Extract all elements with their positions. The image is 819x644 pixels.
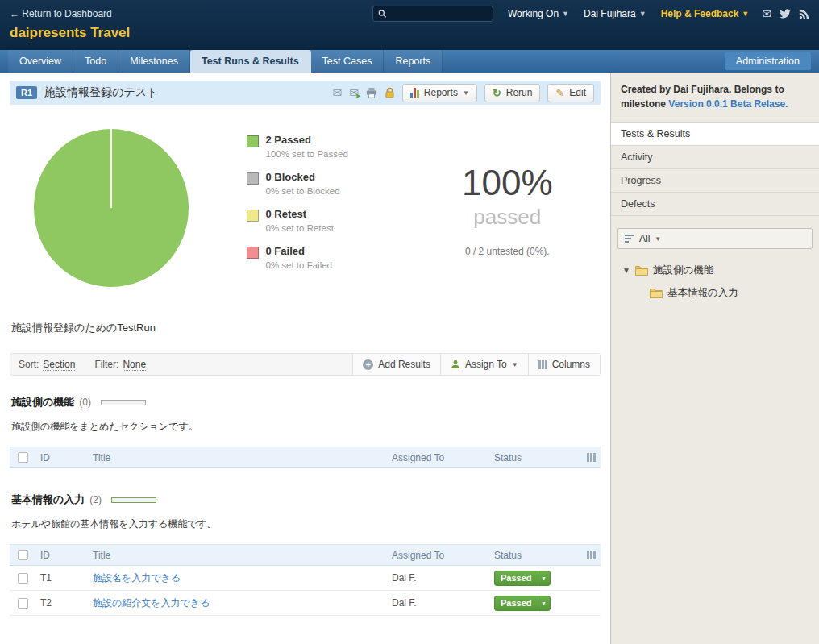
tree-expander-icon[interactable]: ▼ xyxy=(622,266,630,275)
tab-reports[interactable]: Reports xyxy=(384,50,443,73)
bar-chart-icon xyxy=(410,88,419,98)
chevron-down-icon: ▼ xyxy=(538,571,550,585)
tab-overview[interactable]: Overview xyxy=(8,50,73,73)
legend-swatch-blocked xyxy=(247,172,259,185)
tab-test-cases[interactable]: Test Cases xyxy=(311,50,385,73)
help-feedback-menu[interactable]: Help & Feedback ▼ xyxy=(661,8,750,19)
filter-list-icon xyxy=(625,234,634,243)
select-all-checkbox[interactable] xyxy=(18,550,28,560)
columns-label: Columns xyxy=(552,359,590,370)
search-box xyxy=(372,6,493,22)
rss-icon[interactable] xyxy=(799,9,809,19)
column-settings-icon[interactable] xyxy=(587,551,596,559)
filter-label: Filter: xyxy=(94,359,118,370)
sections-tree: ▼ 施設側の機能 基本情報の入力 xyxy=(611,249,819,300)
chevron-down-icon: ▼ xyxy=(463,89,469,97)
legend-swatch-passed xyxy=(247,135,259,147)
return-to-dashboard-link[interactable]: ← Return to Dashboard xyxy=(10,8,112,19)
help-feedback-label: Help & Feedback xyxy=(661,8,739,19)
row-checkbox[interactable] xyxy=(18,598,28,609)
sidebar-item-activity[interactable]: Activity xyxy=(611,146,819,169)
test-id: T2 xyxy=(40,597,93,609)
legend-sublabel: 0% set to Failed xyxy=(266,260,332,270)
run-header-bar: R1 施設情報登録のテスト ✉ ✉➤ Reports ▼ ↻ Rerun ✎ E… xyxy=(10,81,601,105)
section-description: 施設側の機能をまとめたセクションです。 xyxy=(11,420,599,434)
sort-value-link[interactable]: Section xyxy=(43,359,75,371)
pass-rate-summary: 100% passed 0 / 2 untested (0%). xyxy=(429,163,586,287)
chevron-down-icon: ▼ xyxy=(562,10,569,18)
print-icon[interactable] xyxy=(366,88,377,98)
top-header: ← Return to Dashboard Working On ▼ Dai F… xyxy=(0,0,819,50)
reports-button[interactable]: Reports ▼ xyxy=(402,84,477,102)
administration-button[interactable]: Administration xyxy=(725,52,811,70)
tab-milestones[interactable]: Milestones xyxy=(118,50,190,73)
test-title-link[interactable]: 施設の紹介文を入力できる xyxy=(93,597,210,609)
status-dropdown-button[interactable]: Passed ▼ xyxy=(494,571,551,586)
column-header-id: ID xyxy=(40,452,93,463)
legend-item-retest: 0 Retest 0% set to Retest xyxy=(247,208,382,233)
main-tab-bar: Overview Todo Milestones Test Runs & Res… xyxy=(0,50,819,73)
section-header: 基本情報の入力 (2) xyxy=(11,492,599,507)
legend-label: 2 Passed xyxy=(266,134,348,146)
run-description: 施設情報登録のためのTestRun xyxy=(11,321,599,335)
email-icon[interactable]: ✉ xyxy=(332,87,342,98)
column-settings-icon[interactable] xyxy=(587,453,596,462)
rerun-button-label: Rerun xyxy=(506,87,533,98)
results-toolbar: Sort: Section Filter: None + Add Results… xyxy=(10,353,601,376)
assign-to-button[interactable]: Assign To ▼ xyxy=(440,354,528,375)
sidebar-item-tests-results[interactable]: Tests & Results xyxy=(611,123,819,146)
tab-test-runs-results[interactable]: Test Runs & Results xyxy=(190,50,311,73)
select-all-checkbox[interactable] xyxy=(18,452,28,463)
pencil-icon: ✎ xyxy=(555,88,564,98)
tree-filter-dropdown[interactable]: All ▼ xyxy=(617,228,813,249)
user-menu-label: Dai Fujihara xyxy=(584,8,636,19)
column-header-assigned-to: Assigned To xyxy=(392,550,494,561)
section-count: (2) xyxy=(89,494,102,505)
edit-button-label: Edit xyxy=(569,87,586,98)
columns-button[interactable]: Columns xyxy=(528,354,600,375)
test-title-link[interactable]: 施設名を入力できる xyxy=(93,572,181,584)
row-checkbox[interactable] xyxy=(18,573,28,584)
working-on-menu[interactable]: Working On ▼ xyxy=(508,8,569,19)
milestone-link[interactable]: Version 0.0.1 Beta Relase. xyxy=(668,98,788,110)
legend-sublabel: 0% set to Retest xyxy=(266,223,334,233)
pass-rate-percent: 100% xyxy=(429,163,586,203)
chevron-down-icon: ▼ xyxy=(742,10,749,18)
lock-icon[interactable] xyxy=(385,87,395,98)
table-header-row: ID Title Assigned To Status xyxy=(10,447,601,468)
section-description: ホテルや旅館の基本情報を入力する機能です。 xyxy=(11,517,599,531)
sidebar-item-progress[interactable]: Progress xyxy=(611,169,819,193)
legend-sublabel: 100% set to Passed xyxy=(266,149,348,159)
tests-table: ID Title Assigned To Status xyxy=(10,447,601,468)
tab-todo[interactable]: Todo xyxy=(73,50,118,73)
filter-value-link[interactable]: None xyxy=(123,359,146,371)
tree-filter-value: All xyxy=(639,233,650,244)
edit-button[interactable]: ✎ Edit xyxy=(547,84,594,102)
status-dropdown-button[interactable]: Passed ▼ xyxy=(494,596,551,611)
add-results-button[interactable]: + Add Results xyxy=(352,354,440,375)
search-input[interactable] xyxy=(391,8,488,19)
email-forward-icon[interactable]: ✉➤ xyxy=(349,87,359,98)
legend-swatch-failed xyxy=(247,247,259,259)
column-header-status: Status xyxy=(494,550,580,561)
twitter-icon[interactable] xyxy=(780,9,791,19)
results-chart-area: 2 Passed 100% set to Passed 0 Blocked 0%… xyxy=(0,129,610,287)
chevron-down-icon: ▼ xyxy=(639,10,646,18)
column-header-title: Title xyxy=(93,550,392,561)
sidebar-item-defects[interactable]: Defects xyxy=(611,193,819,216)
folder-icon xyxy=(650,288,663,298)
tree-node-label: 基本情報の入力 xyxy=(667,286,738,300)
chevron-down-icon: ▼ xyxy=(512,361,518,368)
tree-node-root[interactable]: ▼ 施設側の機能 xyxy=(622,264,811,277)
user-menu[interactable]: Dai Fujihara ▼ xyxy=(584,8,646,19)
tree-node-child[interactable]: 基本情報の入力 xyxy=(650,286,811,300)
mail-icon[interactable]: ✉ xyxy=(762,7,771,20)
legend-item-blocked: 0 Blocked 0% set to Blocked xyxy=(247,171,382,196)
tests-table: ID Title Assigned To Status T1 施設名を入力できる… xyxy=(10,544,601,616)
table-row: T2 施設の紹介文を入力できる Dai F. Passed ▼ xyxy=(10,591,601,616)
rerun-button[interactable]: ↻ Rerun xyxy=(484,84,541,102)
column-header-id: ID xyxy=(40,550,93,561)
assigned-to: Dai F. xyxy=(392,572,494,584)
column-header-assigned-to: Assigned To xyxy=(392,452,494,463)
run-id-badge: R1 xyxy=(16,86,37,99)
